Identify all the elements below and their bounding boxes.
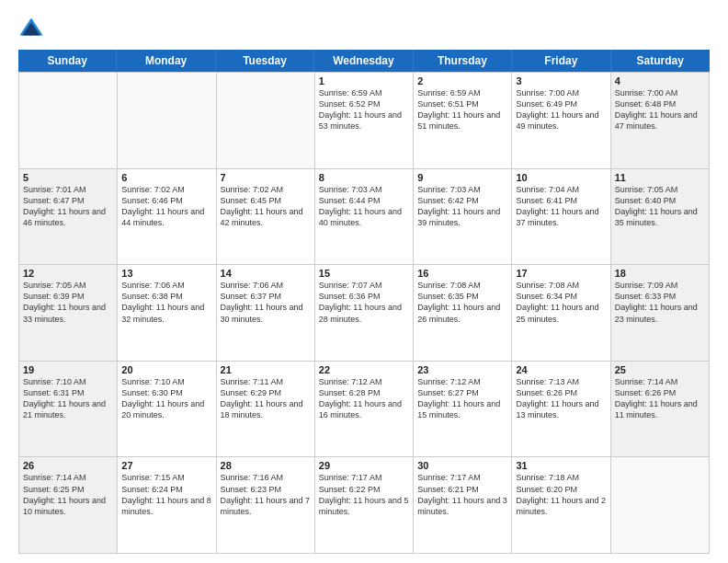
day-info: Sunrise: 7:00 AM Sunset: 6:48 PM Dayligh… [615, 87, 705, 132]
day-cell-3: 3Sunrise: 7:00 AM Sunset: 6:49 PM Daylig… [512, 73, 610, 169]
day-number: 16 [417, 268, 507, 279]
day-number: 7 [221, 172, 311, 183]
day-cell-28: 28Sunrise: 7:16 AM Sunset: 6:23 PM Dayli… [217, 457, 315, 554]
day-number: 8 [319, 172, 409, 183]
header-day-tuesday: Tuesday [216, 50, 314, 72]
header-day-saturday: Saturday [611, 50, 710, 72]
day-number: 10 [516, 172, 606, 183]
day-info: Sunrise: 7:08 AM Sunset: 6:34 PM Dayligh… [516, 280, 606, 325]
day-info: Sunrise: 7:16 AM Sunset: 6:23 PM Dayligh… [221, 472, 311, 517]
calendar-row-4: 19Sunrise: 7:10 AM Sunset: 6:31 PM Dayli… [19, 362, 710, 458]
page: SundayMondayTuesdayWednesdayThursdayFrid… [0, 0, 728, 563]
day-info: Sunrise: 7:13 AM Sunset: 6:26 PM Dayligh… [516, 376, 606, 421]
day-info: Sunrise: 7:05 AM Sunset: 6:40 PM Dayligh… [615, 184, 705, 229]
day-cell-12: 12Sunrise: 7:05 AM Sunset: 6:39 PM Dayli… [19, 265, 118, 362]
day-cell-30: 30Sunrise: 7:17 AM Sunset: 6:21 PM Dayli… [414, 457, 512, 554]
day-cell-4: 4Sunrise: 7:00 AM Sunset: 6:48 PM Daylig… [611, 73, 710, 169]
day-cell-26: 26Sunrise: 7:14 AM Sunset: 6:25 PM Dayli… [19, 457, 118, 554]
day-info: Sunrise: 7:00 AM Sunset: 6:49 PM Dayligh… [516, 87, 606, 132]
day-cell-16: 16Sunrise: 7:08 AM Sunset: 6:35 PM Dayli… [414, 265, 512, 362]
day-number: 27 [121, 460, 211, 471]
day-number: 2 [417, 75, 507, 86]
day-info: Sunrise: 7:04 AM Sunset: 6:41 PM Dayligh… [516, 184, 606, 229]
day-number: 22 [319, 364, 409, 375]
day-cell-24: 24Sunrise: 7:13 AM Sunset: 6:26 PM Dayli… [512, 362, 610, 458]
day-info: Sunrise: 6:59 AM Sunset: 6:51 PM Dayligh… [417, 87, 507, 132]
day-cell-19: 19Sunrise: 7:10 AM Sunset: 6:31 PM Dayli… [19, 362, 118, 458]
day-number: 24 [516, 364, 606, 375]
header-day-wednesday: Wednesday [314, 50, 413, 72]
logo [18, 15, 48, 40]
day-number: 25 [615, 364, 705, 375]
day-info: Sunrise: 7:14 AM Sunset: 6:25 PM Dayligh… [23, 472, 113, 517]
day-cell-31: 31Sunrise: 7:18 AM Sunset: 6:20 PM Dayli… [512, 457, 610, 554]
empty-cell [118, 73, 216, 169]
day-number: 19 [23, 364, 113, 375]
day-number: 6 [121, 172, 211, 183]
day-cell-5: 5Sunrise: 7:01 AM Sunset: 6:47 PM Daylig… [19, 169, 118, 266]
day-cell-9: 9Sunrise: 7:03 AM Sunset: 6:42 PM Daylig… [414, 169, 512, 266]
day-info: Sunrise: 7:14 AM Sunset: 6:26 PM Dayligh… [615, 376, 705, 421]
day-cell-23: 23Sunrise: 7:12 AM Sunset: 6:27 PM Dayli… [414, 362, 512, 458]
day-info: Sunrise: 7:01 AM Sunset: 6:47 PM Dayligh… [23, 184, 113, 229]
day-cell-21: 21Sunrise: 7:11 AM Sunset: 6:29 PM Dayli… [217, 362, 315, 458]
empty-cell [217, 73, 315, 169]
empty-cell [611, 457, 710, 554]
day-cell-6: 6Sunrise: 7:02 AM Sunset: 6:46 PM Daylig… [118, 169, 216, 266]
logo-icon [18, 15, 44, 40]
day-number: 31 [516, 460, 606, 471]
day-number: 14 [221, 268, 311, 279]
day-cell-15: 15Sunrise: 7:07 AM Sunset: 6:36 PM Dayli… [315, 265, 414, 362]
day-cell-29: 29Sunrise: 7:17 AM Sunset: 6:22 PM Dayli… [315, 457, 414, 554]
day-number: 9 [417, 172, 507, 183]
day-info: Sunrise: 7:12 AM Sunset: 6:28 PM Dayligh… [319, 376, 409, 421]
day-cell-11: 11Sunrise: 7:05 AM Sunset: 6:40 PM Dayli… [611, 169, 710, 266]
day-info: Sunrise: 7:17 AM Sunset: 6:22 PM Dayligh… [319, 472, 409, 517]
day-cell-14: 14Sunrise: 7:06 AM Sunset: 6:37 PM Dayli… [217, 265, 315, 362]
day-number: 1 [319, 75, 409, 86]
day-number: 11 [615, 172, 705, 183]
day-number: 29 [319, 460, 409, 471]
day-cell-20: 20Sunrise: 7:10 AM Sunset: 6:30 PM Dayli… [118, 362, 216, 458]
calendar-row-2: 5Sunrise: 7:01 AM Sunset: 6:47 PM Daylig… [19, 169, 710, 266]
day-cell-10: 10Sunrise: 7:04 AM Sunset: 6:41 PM Dayli… [512, 169, 610, 266]
header [18, 15, 710, 40]
day-info: Sunrise: 7:10 AM Sunset: 6:31 PM Dayligh… [23, 376, 113, 421]
day-info: Sunrise: 7:10 AM Sunset: 6:30 PM Dayligh… [121, 376, 211, 421]
day-cell-7: 7Sunrise: 7:02 AM Sunset: 6:45 PM Daylig… [217, 169, 315, 266]
day-cell-22: 22Sunrise: 7:12 AM Sunset: 6:28 PM Dayli… [315, 362, 414, 458]
day-number: 13 [121, 268, 211, 279]
day-info: Sunrise: 6:59 AM Sunset: 6:52 PM Dayligh… [319, 87, 409, 132]
day-info: Sunrise: 7:03 AM Sunset: 6:42 PM Dayligh… [417, 184, 507, 229]
day-info: Sunrise: 7:02 AM Sunset: 6:46 PM Dayligh… [121, 184, 211, 229]
day-number: 30 [417, 460, 507, 471]
day-info: Sunrise: 7:17 AM Sunset: 6:21 PM Dayligh… [417, 472, 507, 517]
day-info: Sunrise: 7:02 AM Sunset: 6:45 PM Dayligh… [221, 184, 311, 229]
day-cell-17: 17Sunrise: 7:08 AM Sunset: 6:34 PM Dayli… [512, 265, 610, 362]
day-number: 26 [23, 460, 113, 471]
header-day-thursday: Thursday [414, 50, 512, 72]
day-cell-18: 18Sunrise: 7:09 AM Sunset: 6:33 PM Dayli… [611, 265, 710, 362]
calendar-row-3: 12Sunrise: 7:05 AM Sunset: 6:39 PM Dayli… [19, 265, 710, 362]
day-info: Sunrise: 7:15 AM Sunset: 6:24 PM Dayligh… [121, 472, 211, 517]
day-number: 12 [23, 268, 113, 279]
day-info: Sunrise: 7:06 AM Sunset: 6:37 PM Dayligh… [221, 280, 311, 325]
day-number: 20 [121, 364, 211, 375]
day-info: Sunrise: 7:12 AM Sunset: 6:27 PM Dayligh… [417, 376, 507, 421]
calendar: SundayMondayTuesdayWednesdayThursdayFrid… [18, 50, 710, 554]
day-cell-1: 1Sunrise: 6:59 AM Sunset: 6:52 PM Daylig… [315, 73, 414, 169]
day-info: Sunrise: 7:03 AM Sunset: 6:44 PM Dayligh… [319, 184, 409, 229]
header-day-friday: Friday [512, 50, 610, 72]
day-number: 3 [516, 75, 606, 86]
day-cell-2: 2Sunrise: 6:59 AM Sunset: 6:51 PM Daylig… [414, 73, 512, 169]
day-cell-25: 25Sunrise: 7:14 AM Sunset: 6:26 PM Dayli… [611, 362, 710, 458]
calendar-header: SundayMondayTuesdayWednesdayThursdayFrid… [18, 50, 710, 72]
day-number: 4 [615, 75, 705, 86]
day-number: 21 [221, 364, 311, 375]
day-info: Sunrise: 7:11 AM Sunset: 6:29 PM Dayligh… [221, 376, 311, 421]
day-number: 15 [319, 268, 409, 279]
calendar-body: 1Sunrise: 6:59 AM Sunset: 6:52 PM Daylig… [18, 72, 710, 554]
day-number: 18 [615, 268, 705, 279]
day-number: 23 [417, 364, 507, 375]
day-info: Sunrise: 7:06 AM Sunset: 6:38 PM Dayligh… [121, 280, 211, 325]
